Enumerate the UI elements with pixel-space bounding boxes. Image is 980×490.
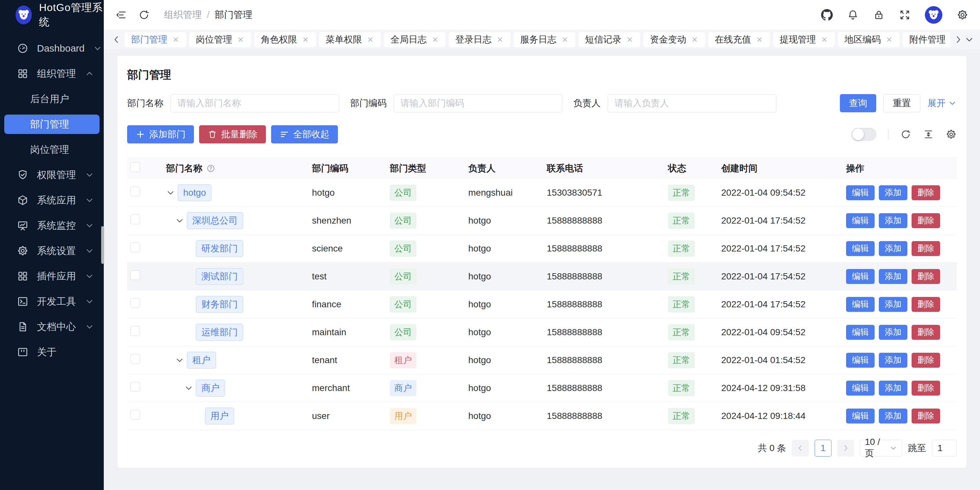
tab-2[interactable]: 角色权限 [254, 32, 316, 47]
delete-row-button[interactable]: 删除 [912, 269, 940, 284]
dept-name-tag[interactable]: 运维部门 [196, 324, 243, 341]
tabs-scroll-right-icon[interactable] [953, 34, 964, 45]
delete-row-button[interactable]: 删除 [912, 325, 940, 340]
close-icon[interactable] [691, 36, 698, 43]
collapse-all-button[interactable]: 全部收起 [271, 125, 338, 144]
refresh-icon[interactable] [900, 129, 911, 140]
add-row-button[interactable]: 添加 [879, 269, 907, 284]
breadcrumb-parent[interactable]: 组织管理 [164, 8, 202, 21]
delete-row-button[interactable]: 删除 [912, 241, 940, 256]
sidebar-item-dashboard[interactable]: Dashboard [0, 36, 104, 61]
select-all-checkbox[interactable] [130, 162, 140, 172]
lock-icon[interactable] [873, 9, 885, 21]
row-checkbox[interactable] [130, 410, 140, 420]
add-row-button[interactable]: 添加 [879, 297, 907, 312]
edit-row-button[interactable]: 编辑 [846, 213, 875, 228]
row-checkbox[interactable] [130, 298, 140, 308]
reset-button[interactable]: 重置 [883, 94, 920, 112]
sidebar-item-doc-center[interactable]: 文档中心 [0, 314, 104, 340]
delete-row-button[interactable]: 删除 [912, 409, 940, 423]
close-icon[interactable] [626, 36, 634, 43]
delete-row-button[interactable]: 删除 [912, 297, 940, 312]
column-settings-icon[interactable] [946, 129, 957, 140]
add-row-button[interactable]: 添加 [879, 185, 907, 200]
close-icon[interactable] [237, 36, 245, 43]
page-size-select[interactable]: 10 / 页 [860, 440, 902, 456]
edit-row-button[interactable]: 编辑 [846, 325, 875, 340]
sidebar-item-system-setting[interactable]: 系统设置 [0, 238, 104, 263]
add-row-button[interactable]: 添加 [879, 381, 907, 396]
sidebar-item-dev-tools[interactable]: 开发工具 [0, 289, 104, 314]
add-row-button[interactable]: 添加 [879, 353, 907, 368]
dept-name-tag[interactable]: 研发部门 [196, 240, 243, 257]
add-row-button[interactable]: 添加 [879, 409, 907, 423]
reload-icon[interactable] [138, 9, 150, 21]
menu-fold-icon[interactable] [115, 9, 127, 21]
github-icon[interactable] [821, 9, 833, 21]
dept-name-tag[interactable]: 租户 [187, 352, 216, 369]
edit-row-button[interactable]: 编辑 [846, 269, 875, 284]
close-icon[interactable] [756, 36, 764, 43]
dept-name-tag[interactable]: 测试部门 [196, 268, 243, 285]
sidebar-item-post-manage[interactable]: 岗位管理 [4, 137, 100, 162]
tabs-menu-icon[interactable] [964, 34, 975, 45]
dept-name-tag[interactable]: hotgo [178, 184, 212, 201]
edit-row-button[interactable]: 编辑 [846, 409, 875, 423]
help-icon[interactable] [206, 164, 215, 173]
add-row-button[interactable]: 添加 [879, 241, 907, 256]
sidebar-item-plugin-app[interactable]: 插件应用 [0, 263, 104, 289]
tab-9[interactable]: 在线充值 [708, 32, 770, 47]
tab-10[interactable]: 提现管理 [773, 32, 835, 47]
leader-input[interactable] [608, 94, 776, 112]
striped-toggle[interactable] [851, 128, 876, 141]
row-checkbox[interactable] [130, 243, 140, 252]
sidebar-item-admin-users[interactable]: 后台用户 [4, 86, 100, 112]
app-logo[interactable]: HotGo管理系统 [0, 0, 104, 30]
current-page-button[interactable]: 1 [815, 440, 832, 456]
sidebar-item-about[interactable]: 关于 [0, 340, 104, 365]
edit-row-button[interactable]: 编辑 [846, 185, 875, 200]
tree-expand-icon[interactable] [175, 216, 184, 225]
row-checkbox[interactable] [130, 354, 140, 364]
dept-name-input[interactable] [170, 94, 339, 112]
user-avatar[interactable] [925, 6, 942, 24]
tab-5[interactable]: 登录日志 [449, 32, 511, 47]
close-icon[interactable] [885, 36, 893, 43]
settings-gear-icon[interactable] [957, 9, 968, 21]
tab-6[interactable]: 服务日志 [514, 32, 575, 47]
close-icon[interactable] [302, 36, 309, 43]
delete-row-button[interactable]: 删除 [912, 185, 940, 200]
dept-name-tag[interactable]: 深圳总公司 [187, 212, 243, 229]
bell-icon[interactable] [847, 9, 859, 21]
row-checkbox[interactable] [130, 326, 140, 336]
sidebar-item-system-monitor[interactable]: 系统监控 [0, 213, 104, 238]
add-row-button[interactable]: 添加 [879, 325, 907, 340]
sidebar-item-permission[interactable]: 权限管理 [0, 162, 104, 188]
prev-page-button[interactable] [792, 440, 809, 456]
close-icon[interactable] [496, 36, 504, 43]
dept-name-tag[interactable]: 商户 [196, 380, 225, 397]
close-icon[interactable] [366, 36, 374, 43]
row-checkbox[interactable] [130, 214, 140, 224]
fullscreen-icon[interactable] [899, 9, 911, 21]
tabs-scroll-left-icon[interactable] [111, 34, 122, 45]
tab-7[interactable]: 短信记录 [579, 32, 640, 47]
close-icon[interactable] [561, 36, 569, 43]
add-row-button[interactable]: 添加 [879, 213, 907, 228]
tab-8[interactable]: 资金变动 [643, 32, 705, 47]
content-scrollbar[interactable] [101, 226, 104, 264]
close-icon[interactable] [172, 36, 180, 43]
tree-expand-icon[interactable] [166, 188, 175, 197]
delete-row-button[interactable]: 删除 [912, 381, 940, 396]
tree-expand-icon[interactable] [175, 356, 184, 365]
sidebar-item-system-app[interactable]: 系统应用 [0, 188, 104, 213]
row-checkbox[interactable] [130, 270, 140, 280]
row-checkbox[interactable] [130, 382, 140, 392]
sidebar-item-dept-manage[interactable]: 部门管理 [4, 115, 100, 134]
next-page-button[interactable] [837, 440, 854, 456]
batch-delete-button[interactable]: 批量删除 [199, 125, 266, 144]
query-button[interactable]: 查询 [840, 94, 876, 112]
delete-row-button[interactable]: 删除 [912, 353, 940, 368]
tab-4[interactable]: 全局日志 [384, 32, 445, 47]
sidebar-item-organization[interactable]: 组织管理 [0, 61, 104, 86]
